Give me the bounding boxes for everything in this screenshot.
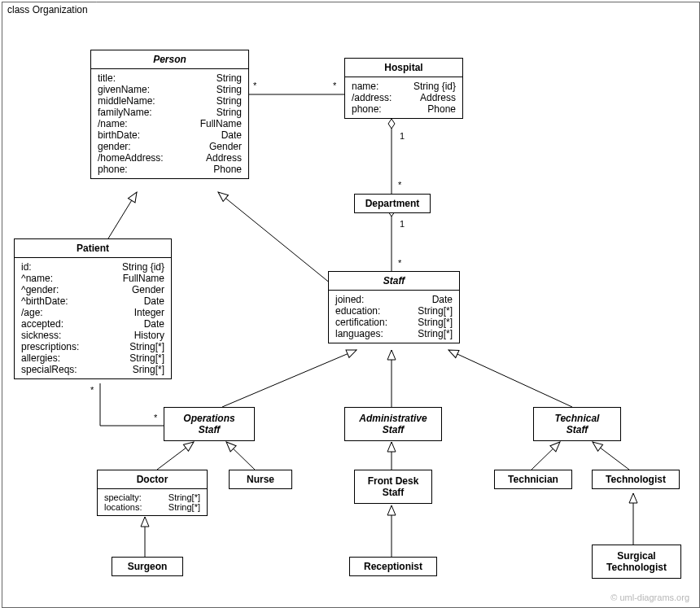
class-surg-tech: Surgical Technologist xyxy=(592,545,681,579)
class-hospital-attrs: name:String {id} /address:Address phone:… xyxy=(345,77,462,118)
diagram-frame: class Organization xyxy=(2,2,700,608)
mult-patient-ops-a: * xyxy=(90,385,94,395)
class-hospital: Hospital name:String {id} /address:Addre… xyxy=(344,58,463,119)
class-technician-name: Technician xyxy=(495,470,571,488)
svg-line-12 xyxy=(532,442,560,470)
class-person: Person title:String givenName:String mid… xyxy=(90,50,249,179)
class-ops-staff-name: Operations Staff xyxy=(164,408,254,440)
class-staff: Staff joined:Date education:String[*] ce… xyxy=(328,271,460,343)
svg-line-9 xyxy=(226,442,255,470)
class-surgeon: Surgeon xyxy=(112,557,183,576)
mult-dept-staff-b: * xyxy=(398,258,401,268)
class-department-name: Department xyxy=(355,195,430,212)
class-department: Department xyxy=(354,194,431,213)
class-nurse: Nurse xyxy=(229,470,292,489)
class-admin-staff: Administrative Staff xyxy=(344,407,442,441)
class-technologist: Technologist xyxy=(592,470,680,489)
frame-label: class Organization xyxy=(2,2,97,17)
class-patient-name: Patient xyxy=(15,239,171,258)
class-staff-name: Staff xyxy=(329,272,459,291)
class-patient-attrs: id:String {id} ^name:FullName ^gender:Ge… xyxy=(15,258,171,378)
class-person-name: Person xyxy=(91,50,248,69)
class-doctor-name: Doctor xyxy=(98,470,207,489)
svg-line-5 xyxy=(222,350,357,407)
svg-line-13 xyxy=(593,442,629,470)
class-admin-staff-name: Administrative Staff xyxy=(345,408,441,440)
class-patient: Patient id:String {id} ^name:FullName ^g… xyxy=(14,238,172,379)
class-technologist-name: Technologist xyxy=(593,470,679,488)
class-frontdesk-name: Front Desk Staff xyxy=(355,470,431,503)
class-doctor-attrs: specialty:String[*] locations:String[*] xyxy=(98,489,207,515)
svg-line-8 xyxy=(157,442,194,470)
class-nurse-name: Nurse xyxy=(230,470,291,488)
class-tech-staff-name: Technical Staff xyxy=(534,408,620,440)
mult-hosp-dept-a: 1 xyxy=(400,131,405,141)
class-tech-staff: Technical Staff xyxy=(533,407,621,441)
class-receptionist-name: Receptionist xyxy=(350,558,436,575)
class-hospital-name: Hospital xyxy=(345,59,462,77)
mult-person-hosp-a: * xyxy=(253,81,256,90)
class-frontdesk: Front Desk Staff xyxy=(354,470,432,504)
class-receptionist: Receptionist xyxy=(349,557,437,576)
copyright-text: © uml-diagrams.org xyxy=(610,593,689,602)
mult-patient-ops-b: * xyxy=(154,413,157,422)
class-surgeon-name: Surgeon xyxy=(112,558,182,575)
class-person-attrs: title:String givenName:String middleName… xyxy=(91,69,248,178)
class-surg-tech-name: Surgical Technologist xyxy=(593,545,680,578)
class-ops-staff: Operations Staff xyxy=(164,407,255,441)
class-technician: Technician xyxy=(494,470,572,489)
svg-line-3 xyxy=(108,192,137,238)
mult-hosp-dept-b: * xyxy=(398,180,401,190)
svg-line-7 xyxy=(448,350,572,407)
class-doctor: Doctor specialty:String[*] locations:Str… xyxy=(97,470,208,516)
class-staff-attrs: joined:Date education:String[*] certific… xyxy=(329,291,459,343)
svg-line-4 xyxy=(218,192,335,287)
mult-dept-staff-a: 1 xyxy=(400,219,405,229)
mult-person-hosp-b: * xyxy=(333,81,336,90)
